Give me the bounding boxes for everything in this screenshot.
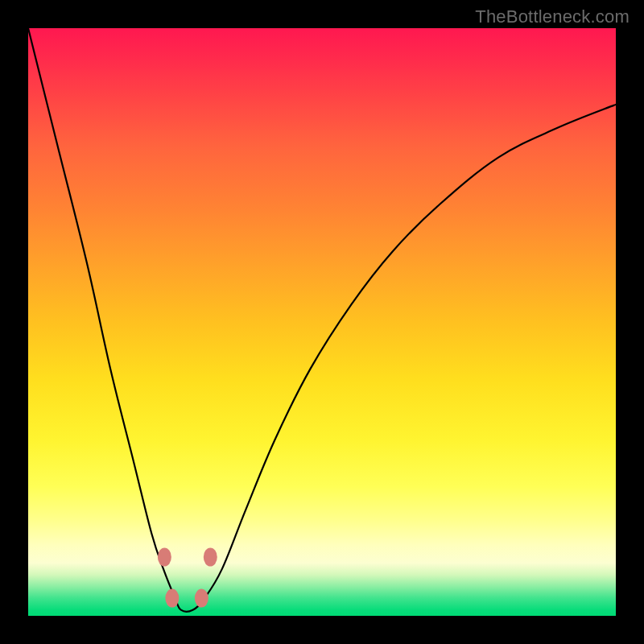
- curve-layer: [28, 28, 616, 616]
- chart-stage: TheBottleneck.com: [0, 0, 644, 644]
- marker-min-shoulder-left-upper: [158, 548, 171, 567]
- plot-area: [28, 28, 616, 616]
- bottleneck-curve: [28, 28, 616, 612]
- marker-min-shoulder-right-upper: [204, 548, 217, 567]
- marker-min-shoulder-right-lower: [195, 589, 208, 608]
- marker-min-shoulder-left-lower: [165, 589, 179, 608]
- watermark-text: TheBottleneck.com: [475, 6, 630, 27]
